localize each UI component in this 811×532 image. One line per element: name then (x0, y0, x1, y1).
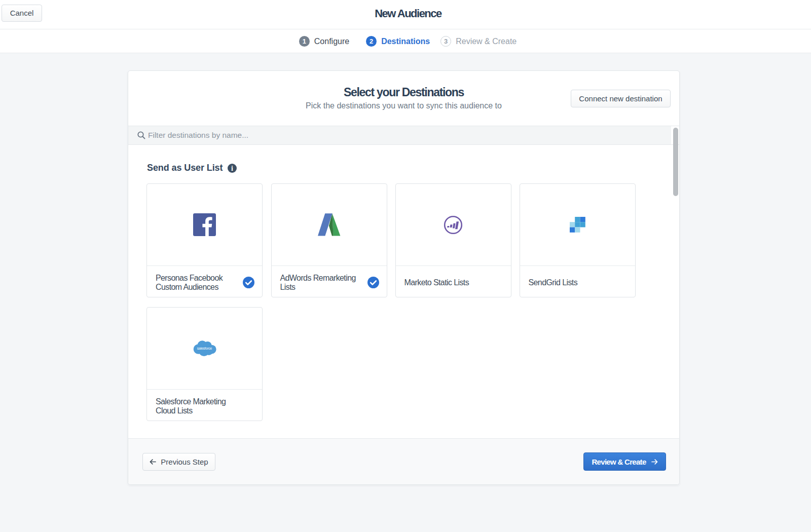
svg-text:salesforce: salesforce (197, 347, 212, 350)
svg-text:i: i (231, 164, 233, 172)
